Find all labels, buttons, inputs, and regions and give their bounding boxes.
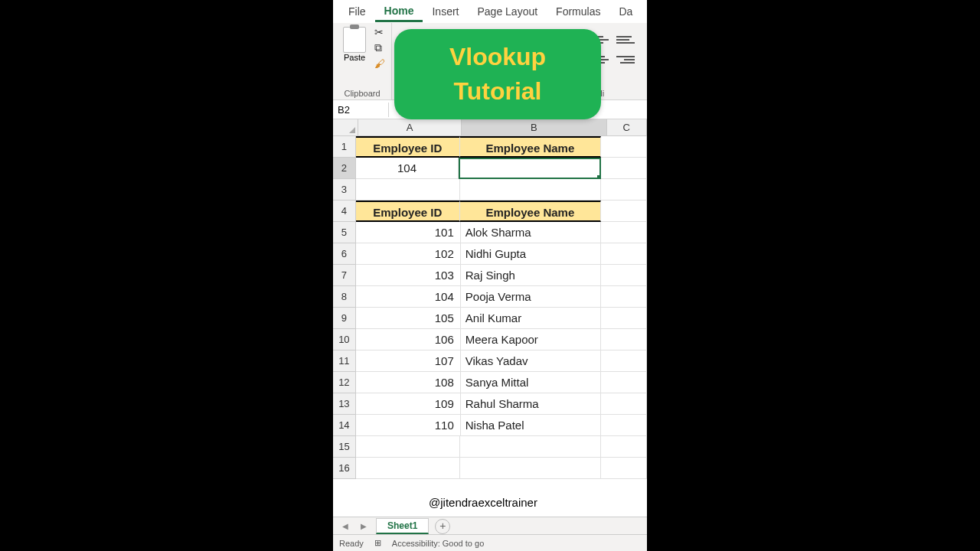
- cell[interactable]: [601, 265, 647, 286]
- sheet-nav-next-icon[interactable]: ▶: [358, 522, 370, 530]
- sheet-tab-active[interactable]: Sheet1: [376, 518, 429, 534]
- cell[interactable]: [460, 179, 601, 201]
- row-header[interactable]: 1: [333, 136, 356, 158]
- row-header[interactable]: 2: [333, 158, 356, 179]
- employee-name[interactable]: Rahul Sharma: [461, 393, 602, 415]
- ribbon-tabs: File Home Insert Page Layout Formulas Da: [333, 0, 647, 23]
- tutorial-overlay-badge: Vlookup Tutorial: [394, 29, 601, 119]
- cell[interactable]: [356, 179, 460, 201]
- row-header[interactable]: 5: [333, 222, 356, 243]
- row-header[interactable]: 13: [333, 393, 356, 415]
- cell[interactable]: [460, 458, 601, 479]
- employee-name[interactable]: Meera Kapoor: [461, 329, 602, 350]
- sheet-nav-prev-icon[interactable]: ◀: [339, 522, 351, 530]
- cell[interactable]: [601, 415, 647, 436]
- column-header-b[interactable]: B: [462, 119, 606, 136]
- status-ready: Ready: [339, 539, 364, 548]
- row-header[interactable]: 6: [333, 243, 356, 265]
- name-box[interactable]: B2: [333, 103, 389, 117]
- tab-home[interactable]: Home: [375, 2, 423, 22]
- row-header[interactable]: 16: [333, 458, 356, 479]
- table-row: 14 110 Nisha Patel: [333, 415, 647, 436]
- employee-id[interactable]: 102: [356, 243, 461, 265]
- employee-id[interactable]: 106: [356, 329, 461, 350]
- employee-name[interactable]: Vikas Yadav: [461, 350, 602, 372]
- data-header-name[interactable]: Employee Name: [460, 201, 601, 222]
- table-row: 5 101 Alok Sharma: [333, 222, 647, 243]
- employee-id[interactable]: 107: [356, 350, 461, 372]
- cell[interactable]: [356, 458, 460, 479]
- paste-button[interactable]: Paste: [339, 26, 370, 63]
- tab-page-layout[interactable]: Page Layout: [468, 2, 547, 21]
- cell[interactable]: [601, 201, 647, 222]
- cell[interactable]: [601, 308, 647, 329]
- row-header[interactable]: 15: [333, 436, 356, 458]
- cell[interactable]: [601, 136, 647, 158]
- table-row: 6 102 Nidhi Gupta: [333, 243, 647, 265]
- tab-data-partial[interactable]: Da: [609, 2, 642, 21]
- table-row: 4 Employee ID Employee Name: [333, 201, 647, 222]
- lookup-header-id[interactable]: Employee ID: [356, 136, 460, 158]
- cell[interactable]: [356, 436, 460, 458]
- employee-name[interactable]: Raj Singh: [461, 265, 602, 286]
- tab-file[interactable]: File: [339, 2, 375, 21]
- employee-id[interactable]: 108: [356, 372, 461, 393]
- status-accessibility: Accessibility: Good to go: [392, 539, 484, 548]
- cell[interactable]: [601, 458, 647, 479]
- table-row: 12 108 Sanya Mittal: [333, 372, 647, 393]
- employee-name[interactable]: Sanya Mittal: [461, 372, 602, 393]
- employee-id[interactable]: 110: [356, 415, 461, 436]
- overlay-line1: Vlookup: [402, 40, 593, 74]
- lookup-result-cell[interactable]: [459, 158, 601, 179]
- cell[interactable]: [601, 243, 647, 265]
- employee-name[interactable]: Nidhi Gupta: [461, 243, 602, 265]
- align-right-icon[interactable]: [615, 51, 636, 69]
- row-header[interactable]: 10: [333, 329, 356, 350]
- row-header[interactable]: 7: [333, 265, 356, 286]
- employee-name[interactable]: Nisha Patel: [461, 415, 602, 436]
- employee-id[interactable]: 109: [356, 393, 461, 415]
- cell[interactable]: [601, 286, 647, 308]
- row-header[interactable]: 12: [333, 372, 356, 393]
- employee-id[interactable]: 103: [356, 265, 461, 286]
- cell[interactable]: [601, 436, 647, 458]
- row-header[interactable]: 3: [333, 179, 356, 201]
- tab-formulas[interactable]: Formulas: [547, 2, 609, 21]
- cell[interactable]: [460, 436, 601, 458]
- employee-id[interactable]: 104: [356, 286, 461, 308]
- cell[interactable]: [601, 329, 647, 350]
- employee-id[interactable]: 105: [356, 308, 461, 329]
- add-sheet-button[interactable]: +: [435, 519, 450, 534]
- cell[interactable]: [601, 179, 647, 201]
- employee-name[interactable]: Anil Kumar: [461, 308, 602, 329]
- row-header[interactable]: 11: [333, 350, 356, 372]
- row-header[interactable]: 4: [333, 201, 356, 222]
- employee-name[interactable]: Pooja Verma: [461, 286, 602, 308]
- row-header[interactable]: 14: [333, 415, 356, 436]
- lookup-search-id[interactable]: 104: [356, 158, 459, 179]
- column-header-a[interactable]: A: [358, 119, 462, 136]
- employee-id[interactable]: 101: [356, 222, 461, 243]
- align-bottom-icon[interactable]: [615, 31, 636, 49]
- row-header[interactable]: 8: [333, 286, 356, 308]
- cell[interactable]: [601, 350, 647, 372]
- select-all-corner[interactable]: [333, 119, 358, 136]
- cut-icon[interactable]: ✂: [374, 26, 385, 38]
- clipboard-group-label: Clipboard: [344, 89, 380, 98]
- tab-insert[interactable]: Insert: [423, 2, 468, 21]
- cell[interactable]: [601, 372, 647, 393]
- employee-name[interactable]: Alok Sharma: [461, 222, 602, 243]
- row-header[interactable]: 9: [333, 308, 356, 329]
- cell[interactable]: [601, 393, 647, 415]
- format-painter-icon[interactable]: 🖌: [374, 57, 385, 70]
- cell[interactable]: [601, 158, 647, 179]
- sheet-tabs-bar: ◀ ▶ Sheet1 +: [333, 517, 647, 535]
- cell[interactable]: [601, 222, 647, 243]
- column-header-c[interactable]: C: [607, 119, 648, 136]
- data-header-id[interactable]: Employee ID: [356, 201, 460, 222]
- copy-icon[interactable]: ⧉: [374, 41, 385, 54]
- accessibility-icon: ⊞: [374, 538, 381, 548]
- lookup-header-name[interactable]: Employee Name: [460, 136, 601, 158]
- table-row: 15: [333, 436, 647, 458]
- table-row: 2 104: [333, 158, 647, 179]
